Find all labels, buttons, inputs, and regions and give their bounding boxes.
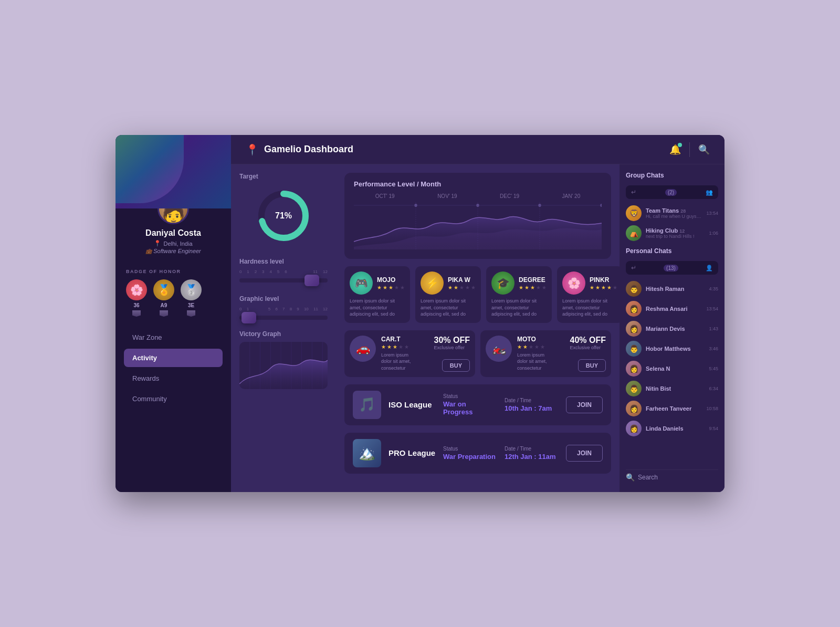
chat-name-hobor: Hobor Matthews <box>646 346 705 352</box>
chat-info-hobor: Hobor Matthews <box>646 346 705 352</box>
logo-icon: 📍 <box>246 143 259 156</box>
chat-item-team-titans[interactable]: 🦁 Team Titans 28 Hi, call me when U guys… <box>626 205 718 221</box>
offer-name-moto: MOTO <box>517 336 553 343</box>
header: 📍 Gamelio Dashboard 🔔 🔍 <box>231 135 724 164</box>
hardness-track[interactable] <box>239 278 328 283</box>
graphic-section: Graphic level 0156789101112 <box>239 295 328 322</box>
stars-pikaw: ★★★★★ <box>448 285 476 290</box>
header-right: 🔔 🔍 <box>669 142 710 157</box>
chat-item-hitesh[interactable]: 👨 Hitesh Raman 4:35 <box>626 281 718 297</box>
chat-item-hiking-club[interactable]: ⛺ Hiking Club 12 next trip to Nandi Hill… <box>626 225 718 241</box>
game-name-degree: DEGREE <box>519 276 547 284</box>
offer-promo-moto: 40% OFF Exclusive offer BUY <box>559 336 606 372</box>
add-personal-icon[interactable]: 👤 <box>706 265 713 271</box>
stars-pinkr: ★★★★★ <box>590 285 617 290</box>
offer-exclusive-moto: Exclusive offer <box>570 345 606 350</box>
target-label: Target <box>239 173 328 180</box>
chat-time-reshma: 13:54 <box>706 306 718 311</box>
chat-avatar-selena: 👩 <box>626 361 642 377</box>
add-group-icon[interactable]: 👥 <box>706 189 713 196</box>
league-row-iso: 🎵 ISO League Status War on Progress Date… <box>344 384 611 425</box>
chat-info-reshma: Reshma Ansari <box>646 306 702 312</box>
chat-time-farheen: 10:58 <box>706 406 718 411</box>
user-name: Daniyal Costa <box>145 228 201 238</box>
chat-avatar-mariann: 👩 <box>626 321 642 337</box>
join-button-pro[interactable]: JOIN <box>566 445 603 462</box>
chat-avatar-farheen: 👩 <box>626 401 642 416</box>
chat-item-nitin[interactable]: 👨 Nitin Bist 6:34 <box>626 381 718 396</box>
nav-item-activity[interactable]: Activity <box>124 349 223 367</box>
league-name-iso: ISO League <box>388 400 436 409</box>
buy-button-moto[interactable]: BUY <box>578 359 606 372</box>
hardness-thumb[interactable] <box>304 275 319 286</box>
nav-item-rewards[interactable]: Rewards <box>124 369 223 388</box>
performance-timeline: OCT' 19 NOV' 19 DEC' 19 JAN' 20 <box>354 193 602 199</box>
league-status-label-pro: Status <box>443 446 497 452</box>
personal-chat-search[interactable]: ↵ (13) 👤 <box>626 261 718 275</box>
chat-time-selena: 5:45 <box>709 366 718 371</box>
chat-item-selena[interactable]: 👩 Selena N 5:45 <box>626 361 718 377</box>
offer-stars-cart: ★★★★★ <box>381 344 417 350</box>
personal-chat-list: 👨 Hitesh Raman 4:35 👩 Reshma Ansari 13:5… <box>626 281 718 436</box>
nav-item-community[interactable]: Community <box>124 390 223 408</box>
graphic-label: Graphic level <box>239 295 328 302</box>
group-chat-list: 🦁 Team Titans 28 Hi, call me when U guys… <box>626 205 718 241</box>
offer-card-cart: 🚗 CAR.T ★★★★★ Lorem ipsum dolor sit amet… <box>344 330 475 377</box>
graphic-track[interactable] <box>239 316 328 320</box>
group-chat-search[interactable]: ↵ (2) 👥 <box>626 185 718 199</box>
group-chats-title: Group Chats <box>626 172 718 179</box>
chat-item-reshma[interactable]: 👩 Reshma Ansari 13:54 <box>626 301 718 317</box>
notification-button[interactable]: 🔔 <box>669 144 681 155</box>
chat-name-mariann: Mariann Devis <box>646 326 705 332</box>
badge-ribbon-2 <box>160 310 168 317</box>
game-avatar-degree: 🎓 <box>491 271 514 295</box>
perf-month-nov: NOV' 19 <box>437 193 457 199</box>
game-avatar-pikaw: ⚡ <box>421 271 444 295</box>
game-name-pikaw: PIKA W <box>448 276 476 284</box>
search-footer-label: Search <box>638 474 658 481</box>
group-chat-count: (2) <box>665 189 677 196</box>
performance-chart-section: Performance Level / Month OCT' 19 NOV' 1… <box>344 173 611 259</box>
chat-time-team-titans: 13:54 <box>706 211 718 216</box>
league-thumb-pro: 🏔️ <box>353 439 381 467</box>
center-panel: Target 71% Hardness level 012345 <box>231 164 620 492</box>
join-button-iso[interactable]: JOIN <box>566 396 603 413</box>
header-divider <box>689 142 690 157</box>
badge-number-2: A9 <box>161 302 167 308</box>
left-center: Target 71% Hardness level 012345 <box>231 164 336 492</box>
chat-item-farheen[interactable]: 👩 Farheen Tanveer 10:58 <box>626 401 718 416</box>
notification-dot <box>678 143 682 147</box>
chat-info-hiking-club: Hiking Club 12 next trip to Nandi Hills … <box>646 227 705 239</box>
game-desc-degree: Lorem ipsum dolor sit amet, consectetur … <box>491 298 547 318</box>
chat-item-mariann[interactable]: 👩 Mariann Devis 1:43 <box>626 321 718 337</box>
league-status-pro: Status War Preparation <box>443 446 497 461</box>
league-datetime-pro: Date / Time 12th Jan : 11am <box>505 446 559 461</box>
chat-item-linda[interactable]: 👩 Linda Daniels 9:54 <box>626 421 718 436</box>
chat-item-hobor[interactable]: 👨 Hobor Matthews 3:46 <box>626 341 718 357</box>
svg-text:71%: 71% <box>275 211 292 220</box>
offer-desc-cart: Lorem ipsum dolor sit amet, consectetur <box>381 352 417 372</box>
offer-avatar-cart: 🚗 <box>350 336 376 362</box>
game-info-pinkr: PINKR ★★★★★ <box>590 276 617 290</box>
game-desc-pikaw: Lorem ipsum dolor sit amet, consectetur … <box>421 298 476 318</box>
chat-preview-team-titans: Hi, call me when U guys start <box>646 214 702 219</box>
offer-stars-moto: ★★★★★ <box>517 344 553 350</box>
header-search-button[interactable]: 🔍 <box>698 144 710 155</box>
game-info-mojo: MOJO ★★★★★ <box>377 276 405 290</box>
nav-item-warzone[interactable]: War Zone <box>124 328 223 347</box>
badge-icon-silver: 🥈 <box>181 279 202 300</box>
stars-mojo: ★★★★★ <box>377 285 405 290</box>
dashboard-wrapper: 🧑 Daniyal Costa 📍 Delhi, India 💼 Softwar… <box>116 135 724 492</box>
buy-button-cart[interactable]: BUY <box>442 359 470 372</box>
game-cards-row: 🎮 MOJO ★★★★★ Lorem ipsum dolor sit amet,… <box>344 266 611 323</box>
nav-section: War Zone Activity Rewards Community <box>116 323 231 492</box>
game-name-pinkr: PINKR <box>590 276 617 284</box>
graphic-thumb[interactable] <box>242 312 256 323</box>
chat-avatar-linda: 👩 <box>626 421 642 436</box>
search-footer[interactable]: 🔍 Search <box>626 469 718 485</box>
game-card-header: 🎮 MOJO ★★★★★ <box>350 271 405 295</box>
game-card-header: ⚡ PIKA W ★★★★★ <box>421 271 476 295</box>
game-desc-mojo: Lorem ipsum dolor sit amet, consectetur … <box>350 298 405 318</box>
location-icon: 📍 <box>154 240 161 247</box>
content-area: Target 71% Hardness level 012345 <box>231 164 724 492</box>
